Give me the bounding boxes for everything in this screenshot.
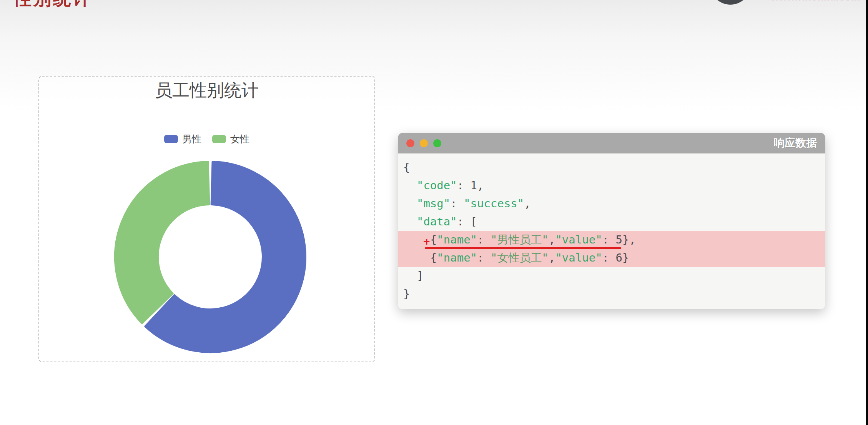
watermark-text: www.itheima.com [771,0,861,3]
code-token: { [403,161,410,174]
code-token: "value" [555,233,602,246]
legend-label: 女性 [230,133,249,145]
code-token: [ [471,215,477,228]
code-token: "code" [417,179,457,192]
code-token: , [549,233,555,246]
legend-swatch [164,135,178,143]
code-line-3: "msg": "success", [398,195,825,213]
code-token: "name" [437,233,477,246]
code-token: 1 [471,179,477,192]
json-code-block: { "code": 1, "msg": "success", "data": [… [398,153,825,309]
code-line-4: "data": [ [398,213,825,231]
code-token: , [477,179,484,192]
code-token: 5 [616,233,622,246]
donut-chart [110,157,310,357]
page-title: 性别统计 [14,0,92,11]
code-token: : [457,179,471,192]
brand-logo-icon [710,0,751,5]
minimize-window-icon[interactable] [420,139,428,147]
code-token: "男性员工" [491,233,549,246]
code-token: } [403,287,410,300]
code-line-6: {"name": "女性员工","value": 6} [398,249,825,267]
code-token: "name" [437,251,477,264]
code-token: : [477,251,491,264]
code-token: "msg" [417,197,450,210]
code-token: { [403,251,437,264]
legend-label: 男性 [182,133,201,145]
chart-title: 员工性别统计 [39,80,374,101]
chart-legend: 男性女性 [39,133,374,145]
legend-item-女性[interactable]: 女性 [212,133,249,145]
code-token: "data" [417,215,457,228]
annotation-plus-icon: + [423,236,430,247]
donut-chart-svg [110,157,310,357]
code-line-2: "code": 1, [398,177,825,195]
code-token: : [450,197,464,210]
code-token: "success" [464,197,524,210]
code-token [403,215,417,228]
code-token: 6 [616,251,622,264]
donut-segment-女性[interactable] [115,162,209,323]
code-token: , [549,251,555,264]
code-token [403,197,417,210]
code-token: , [524,197,530,210]
code-token: } [622,251,629,264]
chart-panel: 员工性别统计 男性女性 [38,76,375,362]
zoom-window-icon[interactable] [433,139,441,147]
code-line-7: ] [398,267,825,285]
window-titlebar: 响应数据 [398,133,825,153]
code-token: ] [403,269,423,282]
legend-swatch [212,135,226,143]
response-data-window: 响应数据 { "code": 1, "msg": "success", "dat… [398,133,825,309]
code-line-8: } [398,285,825,303]
code-token [403,179,417,192]
code-token: "value" [555,251,602,264]
code-token: "女性员工" [491,251,549,264]
legend-item-男性[interactable]: 男性 [164,133,201,145]
close-window-icon[interactable] [406,139,414,147]
code-token: }, [622,233,636,246]
screen-edge-strip [866,0,868,425]
code-token: : [457,215,471,228]
code-token: : [602,251,616,264]
code-line-1: { [398,158,825,177]
code-token: : [477,233,491,246]
window-title: 响应数据 [774,136,817,150]
code-token: { [403,233,437,246]
code-token: : [602,233,616,246]
code-line-5: {"name": "男性员工","value": 5},+ [398,231,825,249]
